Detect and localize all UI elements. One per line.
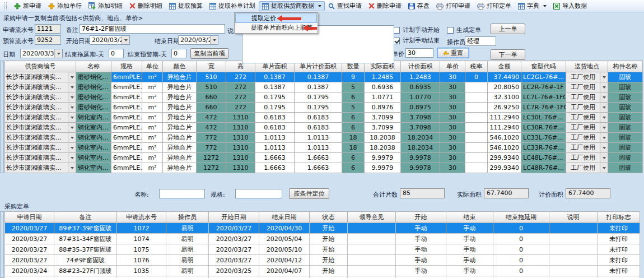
table-cell[interactable]: 2020/04/12 — [259, 255, 310, 266]
table-cell[interactable] — [465, 92, 488, 103]
table-cell[interactable]: 9.9979 — [365, 153, 401, 163]
table-cell[interactable]: m² — [142, 82, 163, 92]
table-cell[interactable]: 6 — [342, 123, 365, 133]
table-cell[interactable] — [549, 234, 598, 244]
column-header[interactable]: 结束拖延期 — [493, 212, 549, 223]
table-cell[interactable]: 0.1387 — [255, 72, 295, 82]
table-cell[interactable]: m² — [142, 133, 163, 143]
budget-number-field[interactable] — [35, 35, 61, 45]
table-cell[interactable]: 89#37-39F窗固玻 — [54, 223, 117, 234]
dropdown-arrow-button[interactable] — [600, 163, 608, 173]
column-header[interactable]: 构件名称 — [608, 61, 643, 72]
table-cell[interactable]: 9 — [342, 72, 365, 82]
table-cell[interactable]: 6mmPLE... — [111, 92, 142, 103]
find-request-button[interactable]: 查找申请 — [325, 1, 365, 11]
table-cell[interactable]: LC2R-76#-1F — [521, 82, 566, 92]
table-cell[interactable] — [310, 276, 348, 278]
table-cell[interactable]: 1310 — [226, 143, 255, 153]
dropdown-arrow-button[interactable] — [68, 113, 76, 122]
table-cell[interactable]: 长沙市潇湘玻璃实... — [5, 153, 76, 163]
table-cell[interactable]: 74#9F窗固玻 — [54, 255, 117, 266]
table-cell[interactable]: m² — [142, 103, 163, 113]
table-cell[interactable]: 546.1020 — [488, 143, 521, 153]
table-cell[interactable]: 未打印 — [598, 234, 640, 244]
table-cell[interactable]: 异地合片 — [163, 143, 197, 153]
dropdown-cell[interactable]: 长沙市潇湘玻璃实... — [5, 82, 76, 92]
dropdown-cell[interactable]: 长沙市潇湘玻璃实... — [5, 133, 76, 142]
dropdown-cell[interactable]: 长沙市潇湘玻璃实... — [5, 113, 76, 122]
table-cell[interactable] — [465, 113, 488, 123]
dropdown-arrow-button[interactable] — [600, 82, 608, 92]
table-cell[interactable]: 长沙市潇湘玻璃实... — [5, 92, 76, 103]
table-row[interactable] — [5, 276, 640, 278]
table-cell[interactable]: 1.2485 — [365, 72, 401, 82]
dropdown-arrow-button[interactable] — [68, 143, 76, 152]
table-cell[interactable]: 510 — [197, 72, 226, 82]
table-cell[interactable]: 2020/03/27 — [5, 234, 54, 244]
table-cell[interactable]: 6mmPLE... — [111, 72, 142, 82]
table-cell[interactable]: 18 — [342, 143, 365, 153]
table-cell[interactable]: 工厂使用 — [566, 103, 608, 113]
table-cell[interactable]: 5 — [342, 103, 365, 113]
name-filter-input[interactable] — [159, 189, 205, 198]
table-cell[interactable]: 工厂使用 — [566, 163, 608, 173]
dropdown-cell[interactable]: 工厂使用 — [566, 163, 608, 173]
dropdown-arrow-button[interactable] — [600, 72, 608, 82]
table-cell[interactable]: 30 — [440, 163, 465, 173]
table-cell[interactable]: 固玻 — [608, 143, 643, 153]
table-cell[interactable]: LC33R-76#... — [521, 143, 566, 153]
table-cell[interactable]: 18.2034 — [401, 143, 440, 153]
table-cell[interactable]: 工厂使用 — [566, 153, 608, 163]
table-cell[interactable] — [348, 255, 396, 266]
table-cell[interactable]: 工厂使用 — [566, 143, 608, 153]
chevron-down-icon[interactable] — [54, 49, 62, 58]
table-cell[interactable]: 1075 — [117, 244, 166, 255]
table-cell[interactable]: 0.8975 — [401, 103, 440, 113]
table-cell[interactable]: 易明 — [166, 255, 209, 266]
table-cell[interactable]: 0.1387 — [255, 82, 295, 92]
table-cell[interactable]: 0.6183 — [295, 113, 342, 123]
table-cell[interactable] — [5, 276, 54, 278]
table-cell[interactable]: 1.0770 — [401, 92, 440, 103]
dropdown-cell[interactable]: 工厂使用 — [566, 103, 608, 112]
table-cell[interactable]: 异地合片 — [163, 133, 197, 143]
table-cell[interactable]: 272 — [226, 82, 255, 92]
table-cell[interactable]: 长沙市潇湘玻璃实... — [5, 113, 76, 123]
table-cell[interactable]: 30 — [440, 123, 465, 133]
table-cell[interactable]: 0.6936 — [365, 82, 401, 92]
table-cell[interactable]: 2020/03/27 — [209, 223, 259, 234]
table-cell[interactable]: m² — [142, 72, 163, 82]
column-header[interactable]: 打印标志 — [598, 212, 640, 223]
table-cell[interactable] — [465, 123, 488, 133]
table-cell[interactable]: LC30R-76#... — [521, 123, 566, 133]
table-row[interactable]: 长沙市潇湘玻璃实...磨砂钢化...6mmPLE...m²异地合片6602720… — [5, 103, 643, 113]
plan-manual-start-checkbox[interactable]: 计划手动开始 — [393, 26, 440, 34]
table-cell[interactable]: 1.2483 — [401, 72, 440, 82]
table-cell[interactable]: 6mmPLE... — [111, 113, 142, 123]
dropdown-cell[interactable]: 工厂使用 — [566, 82, 608, 92]
table-row[interactable]: 2020/03/2788#35-37F窗固玻1075易明2020/03/2720… — [5, 244, 640, 255]
table-cell[interactable]: 1272 — [197, 153, 226, 163]
table-cell[interactable]: 开始 — [310, 266, 348, 276]
table-cell[interactable]: 钢化室内... — [76, 113, 111, 123]
dropdown-cell[interactable]: 工厂使用 — [566, 153, 608, 163]
warning-days-field[interactable] — [171, 49, 186, 58]
table-cell[interactable]: 固玻 — [608, 103, 643, 113]
chevron-down-icon[interactable] — [210, 36, 218, 44]
print-order-button[interactable]: 打印定单 — [474, 1, 515, 11]
table-cell[interactable]: 1.6663 — [295, 153, 342, 163]
table-cell[interactable]: 111.2940 — [488, 123, 521, 133]
table-cell[interactable] — [549, 244, 598, 255]
table-cell[interactable]: LC48R-76#... — [521, 163, 566, 173]
dropdown-cell[interactable]: 工厂使用 — [566, 143, 608, 152]
column-header[interactable]: 计价面积 — [401, 61, 440, 72]
table-cell[interactable]: m² — [142, 163, 163, 173]
table-cell[interactable]: 3.7099 — [365, 113, 401, 123]
table-cell[interactable]: 手动 — [396, 223, 446, 234]
table-cell[interactable]: 1310 — [226, 123, 255, 133]
table-cell[interactable]: 30 — [440, 72, 465, 82]
table-cell[interactable]: 钢化室内... — [76, 163, 111, 173]
extract-budget-button[interactable]: 提取预算 — [166, 1, 206, 11]
table-cell[interactable]: 易明 — [166, 223, 209, 234]
table-row[interactable]: 长沙市潇湘玻璃实...钢化室内...6mmPLE...m²异地合片1272131… — [5, 153, 643, 163]
